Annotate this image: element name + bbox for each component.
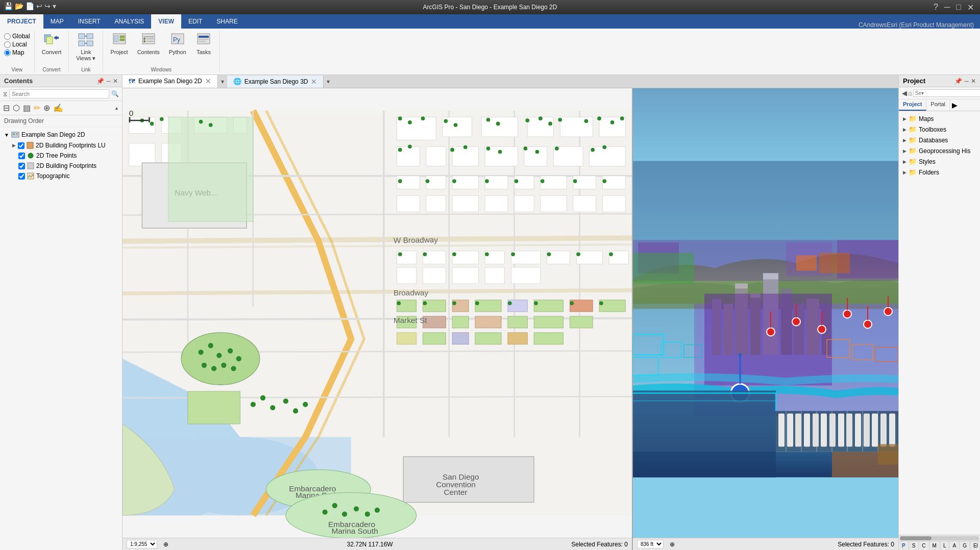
snapping-icon[interactable]: ⊕ bbox=[43, 103, 50, 113]
symbology-icon[interactable]: ⬡ bbox=[13, 103, 20, 113]
map-2d-scale-select[interactable]: 1:9,255 bbox=[127, 540, 157, 548]
tab-insert[interactable]: INSERT bbox=[71, 14, 108, 29]
layer-item-footprints[interactable]: 2D Building Footprints bbox=[0, 161, 122, 171]
window-controls[interactable]: ? ─ □ ✕ bbox=[932, 3, 976, 12]
map-2d-view[interactable]: Navy Web... bbox=[122, 88, 633, 550]
bottom-tab-l[interactable]: L bbox=[940, 541, 950, 550]
tab-share[interactable]: SHARE bbox=[209, 14, 244, 29]
bottom-tab-a[interactable]: A bbox=[949, 541, 960, 550]
close-icon[interactable]: ✕ bbox=[965, 3, 976, 12]
new-icon[interactable]: 📄 bbox=[26, 2, 34, 10]
label-icon[interactable]: ✏ bbox=[34, 103, 40, 113]
svg-point-26 bbox=[28, 153, 33, 158]
filter-icon[interactable]: ▤ bbox=[23, 103, 31, 113]
scrollbar-track[interactable] bbox=[900, 536, 979, 540]
project-window-button[interactable]: Project bbox=[107, 31, 131, 56]
map-radio[interactable]: Map bbox=[4, 49, 30, 56]
fit-to-extent-icon[interactable]: ⊕ bbox=[163, 541, 168, 548]
filter-icon[interactable]: ⧖ bbox=[3, 90, 7, 97]
project-item-geoprocessing[interactable]: ▶ 📁 Geoprocessing His bbox=[899, 145, 980, 156]
project-minimize-icon[interactable]: ─ bbox=[964, 78, 969, 85]
fit-to-extent-3d-icon[interactable]: ⊕ bbox=[670, 541, 675, 548]
map-node[interactable]: ▼ Example San Diego 2D bbox=[0, 129, 122, 140]
project-item-databases[interactable]: ▶ 📁 Databases bbox=[899, 135, 980, 145]
svg-point-166 bbox=[573, 179, 577, 183]
map-2d-close-btn[interactable]: ✕ bbox=[205, 77, 211, 85]
svg-point-145 bbox=[584, 119, 589, 123]
svg-point-152 bbox=[463, 145, 468, 149]
svg-text:Marina South: Marina South bbox=[331, 527, 378, 535]
tab-view[interactable]: VIEW bbox=[151, 14, 181, 29]
map-2d-dropdown-arrow[interactable]: ▾ bbox=[218, 76, 227, 87]
link-views-button[interactable]: LinkViews ▾ bbox=[73, 31, 99, 63]
contents-close-icon[interactable]: ✕ bbox=[113, 78, 118, 85]
contents-minimize-icon[interactable]: ─ bbox=[106, 78, 111, 85]
help-icon[interactable]: ? bbox=[932, 3, 940, 12]
tab-project-main[interactable]: Project bbox=[899, 99, 926, 111]
project-pin-icon[interactable]: 📌 bbox=[954, 78, 962, 85]
undo-icon[interactable]: ↩ bbox=[36, 2, 42, 10]
map-3d-close-btn[interactable]: ✕ bbox=[311, 78, 317, 86]
local-radio[interactable]: Local bbox=[4, 41, 30, 48]
layer-checkbox-0[interactable] bbox=[18, 142, 24, 149]
convert-button[interactable]: Convert bbox=[39, 31, 65, 56]
layer-checkbox-2[interactable] bbox=[18, 163, 25, 169]
python-window-button[interactable]: Py Python bbox=[166, 31, 189, 56]
tasks-window-button[interactable]: Tasks bbox=[192, 31, 215, 56]
contents-pin-icon[interactable]: 📌 bbox=[96, 78, 104, 85]
list-by-source-icon[interactable]: ⊟ bbox=[3, 103, 10, 113]
maximize-icon[interactable]: □ bbox=[954, 3, 963, 12]
redo-icon[interactable]: ↪ bbox=[44, 2, 51, 10]
project-header-controls[interactable]: 📌 ─ ✕ bbox=[954, 78, 976, 85]
quick-access-toolbar[interactable]: 💾 📂 📄 ↩ ↪ ▾ bbox=[0, 0, 60, 12]
bottom-tab-g[interactable]: G bbox=[960, 541, 970, 550]
folder-open-icon[interactable]: 📂 bbox=[15, 2, 23, 10]
project-item-styles[interactable]: ▶ 📁 Styles bbox=[899, 156, 980, 167]
layer-item-footprints-lu[interactable]: ▶ 2D Building Footprints LU bbox=[0, 140, 122, 151]
tab-analysis[interactable]: ANALYSIS bbox=[108, 14, 152, 29]
project-back-icon[interactable]: ◀ bbox=[902, 89, 907, 97]
bottom-tab-s[interactable]: S bbox=[909, 541, 919, 550]
layer-checkbox-3[interactable] bbox=[18, 173, 25, 180]
contents-controls[interactable]: 📌 ─ ✕ bbox=[96, 78, 118, 85]
layer-item-topographic[interactable]: Topographic bbox=[0, 171, 122, 181]
map-3d-view[interactable]: 836 ft ⊕ Selected Features: 0 bbox=[633, 88, 898, 550]
bottom-tab-p[interactable]: P bbox=[899, 541, 909, 550]
layer-checkbox-1[interactable] bbox=[18, 153, 25, 159]
map-3d-dropdown-arrow[interactable]: ▾ bbox=[324, 76, 333, 87]
customize-icon[interactable]: ▾ bbox=[53, 2, 56, 10]
tab-edit[interactable]: EDIT bbox=[181, 14, 209, 29]
project-home-icon[interactable]: ⌂ bbox=[908, 89, 912, 97]
contents-window-button[interactable]: Contents bbox=[134, 31, 163, 56]
project-search-input[interactable] bbox=[913, 89, 980, 97]
bottom-tab-el[interactable]: El bbox=[970, 541, 980, 550]
bottom-tab-c[interactable]: C bbox=[919, 541, 929, 550]
contents-options-icon[interactable]: ▲ bbox=[114, 106, 119, 111]
minimize-icon[interactable]: ─ bbox=[942, 3, 952, 12]
tab-project[interactable]: PROJECT bbox=[0, 14, 43, 29]
tab-map-3d[interactable]: 🌐 Example San Diego 3D ✕ bbox=[227, 76, 324, 88]
project-panel-expand[interactable]: ▶ bbox=[950, 99, 960, 111]
map-3d-scale-select[interactable]: 836 ft bbox=[637, 540, 664, 548]
annotation-icon[interactable]: ✍ bbox=[53, 103, 63, 113]
search-input[interactable] bbox=[9, 89, 109, 98]
project-scrollbar[interactable] bbox=[899, 535, 980, 541]
tab-portal[interactable]: Portal bbox=[926, 99, 950, 111]
svg-point-242 bbox=[792, 318, 800, 326]
tab-map-2d[interactable]: 🗺 Example San Diego 2D ✕ bbox=[122, 75, 218, 88]
project-item-toolboxes[interactable]: ▶ 📁 Toolboxes bbox=[899, 124, 980, 135]
svg-rect-109 bbox=[452, 316, 469, 328]
search-icon[interactable]: 🔍 bbox=[111, 90, 119, 97]
layer-item-tree-points[interactable]: 2D Tree Points bbox=[0, 151, 122, 161]
svg-rect-3 bbox=[87, 34, 93, 39]
save-icon[interactable]: 💾 bbox=[4, 2, 13, 10]
user-account[interactable]: CAndrewsEsri (Esri Product Management) bbox=[859, 21, 974, 29]
project-item-maps[interactable]: ▶ 📁 Maps bbox=[899, 113, 980, 124]
scrollbar-thumb[interactable] bbox=[900, 536, 932, 540]
project-item-folders[interactable]: ▶ 📁 Folders bbox=[899, 167, 980, 178]
svg-rect-64 bbox=[524, 146, 547, 166]
global-radio[interactable]: Global bbox=[4, 33, 30, 40]
tab-map[interactable]: MAP bbox=[43, 14, 71, 29]
bottom-tab-m[interactable]: M bbox=[929, 541, 940, 550]
project-close-icon[interactable]: ✕ bbox=[971, 78, 976, 85]
